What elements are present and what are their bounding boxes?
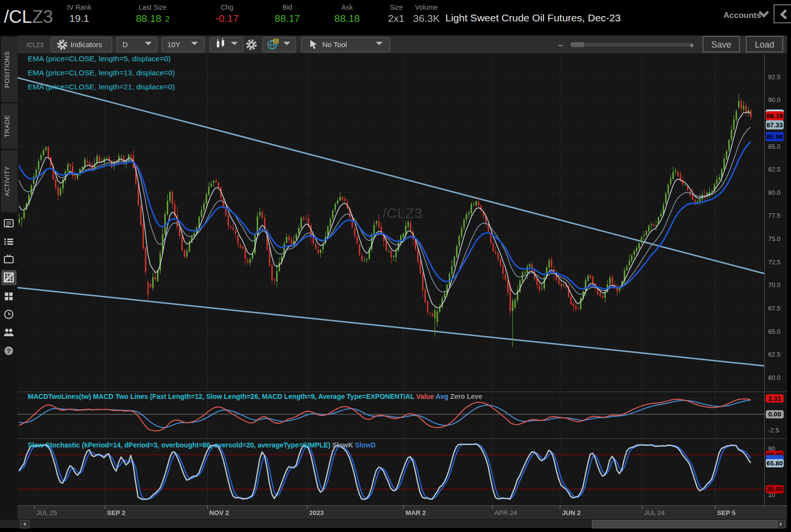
svg-text:Light Sweet Crude Oil Futures,: Light Sweet Crude Oil Futures, Dec-23 [445, 12, 621, 23]
svg-text:ACTIVITY: ACTIVITY [3, 166, 11, 197]
svg-text:SEP 5: SEP 5 [717, 509, 736, 516]
svg-text:87.33: 87.33 [767, 121, 783, 129]
svg-text:-0.17: -0.17 [215, 13, 239, 24]
svg-text:EMA (price=CLOSE, length=5, di: EMA (price=CLOSE, length=5, displace=0) [28, 54, 171, 63]
svg-text:Z3: Z3 [32, 7, 53, 27]
svg-text:No Tool: No Tool [322, 40, 347, 49]
svg-text:/CL: /CL [4, 7, 32, 27]
svg-text:67.5: 67.5 [768, 305, 780, 312]
svg-text:88.18: 88.18 [334, 13, 360, 24]
svg-text:20.00: 20.00 [767, 485, 783, 493]
svg-text:Accounts: Accounts [723, 11, 761, 20]
svg-text:/CLZ3: /CLZ3 [26, 41, 43, 49]
svg-text:IV Rank: IV Rank [67, 3, 92, 11]
svg-text:2023: 2023 [309, 509, 324, 516]
svg-text:JUL 24: JUL 24 [644, 509, 665, 516]
svg-text:TRADE: TRADE [3, 115, 11, 137]
svg-text:MAR 2: MAR 2 [405, 509, 426, 516]
svg-text:SEP 2: SEP 2 [107, 509, 125, 516]
svg-text:19.1: 19.1 [70, 13, 89, 24]
svg-text:60.0: 60.0 [768, 374, 780, 381]
svg-text:MACDTwoLines(tw) MACD Two Line: MACDTwoLines(tw) MACD Two Lines (Fast Le… [28, 393, 482, 400]
svg-text:88.19: 88.19 [767, 112, 783, 120]
svg-text:65.0: 65.0 [768, 328, 780, 335]
svg-text:Indicators: Indicators [70, 40, 102, 49]
svg-text:NOV 2: NOV 2 [210, 509, 229, 516]
svg-text:10Y: 10Y [167, 40, 180, 49]
svg-text:62.5: 62.5 [768, 351, 780, 358]
svg-text:?: ? [7, 347, 11, 355]
svg-text:85.0: 85.0 [768, 143, 780, 150]
svg-text:2.31: 2.31 [768, 395, 781, 402]
svg-text:JUL 25: JUL 25 [36, 509, 57, 516]
svg-text:75.0: 75.0 [768, 235, 780, 242]
svg-text:EMA (price=CLOSE, length=13, d: EMA (price=CLOSE, length=13, displace=0) [28, 69, 175, 77]
svg-text:2x1: 2x1 [388, 13, 404, 24]
svg-text:Load: Load [755, 40, 774, 50]
svg-text:+: + [689, 41, 694, 50]
svg-text:EMA (price=CLOSE, length=21, d: EMA (price=CLOSE, length=21, displace=0) [28, 83, 175, 91]
svg-text:88.17: 88.17 [275, 13, 300, 24]
svg-text:Last Size: Last Size [139, 3, 167, 11]
svg-text:-2.5: -2.5 [768, 427, 779, 434]
svg-text:Bid: Bid [282, 3, 292, 11]
svg-text:72.5: 72.5 [768, 258, 780, 266]
svg-text:POSITIONS: POSITIONS [3, 51, 11, 87]
svg-text:Save: Save [711, 40, 731, 50]
svg-text:85.98: 85.98 [767, 133, 783, 140]
svg-text:36.3K: 36.3K [413, 13, 440, 24]
svg-text:Ask: Ask [341, 3, 353, 11]
svg-text:APR 24: APR 24 [494, 509, 517, 516]
svg-text:0.00: 0.00 [768, 411, 781, 418]
svg-text:90.0: 90.0 [768, 96, 780, 103]
svg-text:Size: Size [389, 3, 403, 11]
svg-text:77.5: 77.5 [768, 212, 780, 219]
svg-text:Chg: Chg [221, 3, 233, 11]
svg-text:JUN 2: JUN 2 [562, 509, 580, 516]
svg-text:–: – [558, 40, 563, 50]
svg-text:82.5: 82.5 [768, 166, 780, 173]
svg-text:65.80: 65.80 [767, 460, 783, 467]
svg-text:Volume: Volume [415, 3, 438, 11]
svg-text:Slow Stochastic (kPeriod=14, d: Slow Stochastic (kPeriod=14, dPeriod=3, … [28, 441, 376, 449]
svg-text:D: D [123, 40, 128, 49]
svg-text:92.5: 92.5 [768, 73, 780, 81]
svg-text:70.0: 70.0 [768, 281, 780, 289]
svg-text:80.0: 80.0 [768, 189, 780, 196]
svg-text:/CLZ3: /CLZ3 [383, 205, 422, 221]
